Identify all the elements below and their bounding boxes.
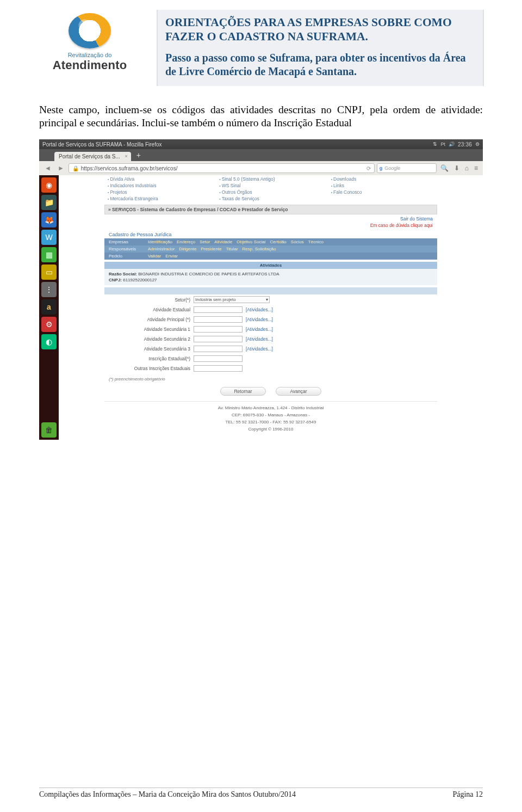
atividades-link[interactable]: [Atividades...] <box>246 317 273 322</box>
razao-label: Razão Social: <box>109 272 137 276</box>
nav-item[interactable]: Certidão <box>270 239 287 244</box>
nav-item[interactable]: Administrador <box>148 247 175 251</box>
nav-item[interactable]: Endereço <box>177 239 195 244</box>
toplink[interactable]: Links <box>331 183 434 188</box>
dock-firefox-icon[interactable]: 🦊 <box>41 212 57 227</box>
dock-calc-icon[interactable]: ▦ <box>41 247 57 262</box>
nav-item[interactable]: Sócios <box>291 239 304 244</box>
logout-link[interactable]: Sair do Sistema <box>109 216 433 222</box>
atividades-link[interactable]: [Atividades...] <box>246 336 273 342</box>
toplink[interactable]: WS Sinal <box>219 183 322 188</box>
section-title: Cadastro de Pessoa Jurídica <box>104 230 437 238</box>
close-tab-icon[interactable]: × <box>125 153 128 159</box>
atividade-sec2-input[interactable] <box>194 336 243 342</box>
atividade-principal-input[interactable] <box>194 316 243 323</box>
reload-icon[interactable]: ⟳ <box>366 165 371 171</box>
browser-tab[interactable]: Portal de Serviços da S... × <box>54 152 131 161</box>
atividade-sec1-input[interactable] <box>194 326 243 333</box>
toplink[interactable]: Indicadores Industriais <box>108 183 210 188</box>
forward-button[interactable]: ► <box>55 164 66 172</box>
tray-gear-icon: ⚙ <box>475 142 480 147</box>
atividades-link[interactable]: [Atividades...] <box>246 346 273 352</box>
toplink[interactable]: Mercadoria Estrangeira <box>108 196 210 201</box>
nav-item[interactable]: Presidente <box>201 247 221 251</box>
logo-text: Revitalização do Atendimento <box>53 52 127 72</box>
nav-item[interactable]: Validar <box>148 254 161 259</box>
toplink[interactable]: Dívida Ativa <box>108 176 210 182</box>
atividades-link[interactable]: [Atividades...] <box>246 327 273 332</box>
inscricao-input[interactable] <box>194 355 243 362</box>
setor-select[interactable]: Indústria sem projeto ▾ <box>194 296 270 303</box>
razao-value: BIGNARDI INDUSTRIA E COMERCIO DE PAPEIS … <box>138 272 279 276</box>
toplink[interactable]: Fale Conosco <box>331 189 434 195</box>
dock-trash-icon[interactable]: 🗑 <box>41 422 57 438</box>
dock-writer-icon[interactable]: W <box>41 230 57 245</box>
avancar-button[interactable]: Avançar <box>276 387 321 396</box>
nav-item[interactable]: Titular <box>226 247 238 251</box>
nav-item[interactable]: Atividade <box>214 239 232 244</box>
dock-settings-icon[interactable]: ⚙ <box>41 317 57 332</box>
toplink[interactable]: Downloads <box>331 176 434 182</box>
url-host: servicos.suframa.gov.br <box>97 165 154 171</box>
dock-extra-icon[interactable]: ◐ <box>41 334 57 349</box>
dock-amazon-icon[interactable]: a <box>41 299 57 315</box>
page-footer: Compilações das Informações – Maria da C… <box>39 788 483 799</box>
menu-icon[interactable]: ≡ <box>473 164 480 172</box>
row-atividade-sec2: Atividade Secundária 2 [Atividades...] <box>104 334 437 344</box>
back-button[interactable]: ◄ <box>42 164 53 172</box>
document-header: Revitalização do Atendimento ORIENTAÇÕES… <box>0 0 522 91</box>
footer-line2: CEP: 69075-830 - Manaus - Amazonas - <box>104 412 437 419</box>
new-tab-button[interactable]: + <box>133 151 144 159</box>
tray-net-icon: ⇅ <box>433 142 437 147</box>
footer-line1: Av. Ministro Mário Andreazza, 1.424 - Di… <box>104 405 437 412</box>
dock-impress-icon[interactable]: ▭ <box>41 264 57 280</box>
atividade-estadual-input[interactable] <box>194 306 243 313</box>
logo-ring-icon <box>69 13 111 48</box>
breadcrumb-bar: » SERVIÇOS - Sistema de Cadastro de Empr… <box>104 205 437 214</box>
dock-software-icon[interactable]: ⋮ <box>41 282 57 297</box>
downloads-icon[interactable]: ⬇ <box>452 164 461 172</box>
nav-item[interactable]: Enviar <box>165 254 178 259</box>
atividade-sec3-input[interactable] <box>194 346 243 352</box>
atividades-link[interactable]: [Atividades...] <box>246 307 273 312</box>
help-link[interactable]: Em caso de dúvida clique aqui <box>109 223 433 228</box>
toplink[interactable]: Projetos <box>108 189 210 195</box>
url-bar[interactable]: 🔒 https:// servicos.suframa.gov.br /serv… <box>69 163 375 173</box>
nav-row-empresas: Empresas Identificação Endereço Setor At… <box>104 238 437 245</box>
toplink[interactable]: Sinal 5.0 (Sistema Antigo) <box>219 176 322 182</box>
dock-dash-icon[interactable]: ◉ <box>41 177 57 193</box>
lock-icon: 🔒 <box>72 165 79 171</box>
setor-label: Setor(*) <box>109 297 190 303</box>
outras-label: Outras Inscrições Estaduais <box>109 366 190 371</box>
row-atividade-sec3: Atividade Secundária 3 [Atividades...] <box>104 344 437 354</box>
portal-footer: Av. Ministro Mário Andreazza, 1.424 - Di… <box>104 401 437 437</box>
footer-line3: TEL: 55 92 3321-7000 - FAX: 55 92 3237-6… <box>104 419 437 426</box>
field-label: Atividade Secundária 2 <box>109 336 190 342</box>
search-icon[interactable]: 🔍 <box>439 164 450 172</box>
title-block: ORIENTAÇÕES PARA AS EMPRESAS SOBRE COMO … <box>157 10 484 86</box>
url-path: /servicos/ <box>154 165 177 171</box>
window-title: Portal de Serviços da SUFRAMA - Mozilla … <box>42 142 162 147</box>
nav-item[interactable]: Técnico <box>308 239 324 244</box>
field-label: Atividade Estadual <box>109 307 190 312</box>
atividades-header: Atividades <box>104 262 437 269</box>
cnpj-label: CNPJ: <box>109 278 122 282</box>
home-icon[interactable]: ⌂ <box>463 164 470 172</box>
nav-item[interactable]: Resp. Solicitação <box>243 247 276 251</box>
row-setor: Setor(*) Indústria sem projeto ▾ <box>104 294 437 305</box>
field-label: Atividade Principal (*) <box>109 317 190 322</box>
tab-label: Portal de Serviços da S... <box>59 153 120 159</box>
toplink[interactable]: Outros Órgãos <box>219 189 322 195</box>
nav-item[interactable]: Setor <box>200 239 210 244</box>
dock-files-icon[interactable]: 📁 <box>41 195 57 210</box>
toplink[interactable]: Taxas de Serviços <box>219 196 322 201</box>
nav-label: Responsáveis <box>109 247 144 251</box>
browser-screenshot: Portal de Serviços da SUFRAMA - Mozilla … <box>39 139 483 440</box>
nav-item[interactable]: Objetivo Social <box>237 239 265 244</box>
nav-item[interactable]: Identificação <box>148 239 172 244</box>
firefox-toolbar: ◄ ► 🔒 https:// servicos.suframa.gov.br /… <box>39 161 483 175</box>
search-box[interactable]: g Google <box>377 163 437 173</box>
retornar-button[interactable]: Retornar <box>220 387 266 396</box>
outras-input[interactable] <box>194 365 243 372</box>
nav-item[interactable]: Dirigente <box>179 247 196 251</box>
